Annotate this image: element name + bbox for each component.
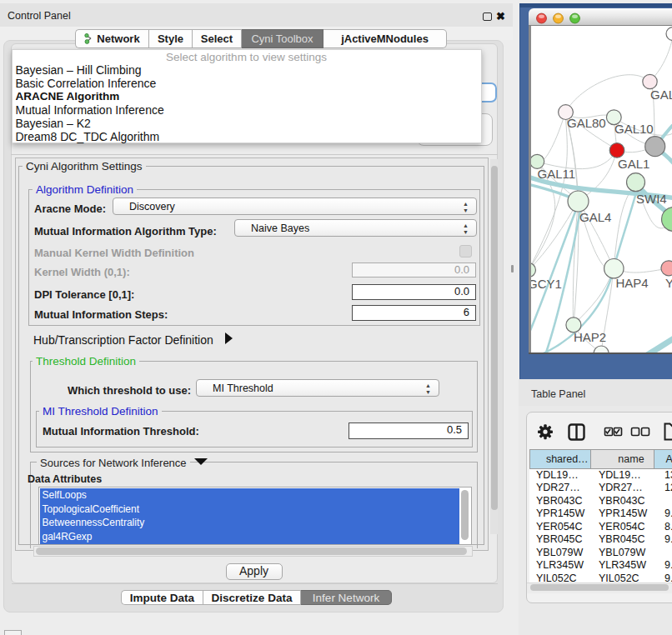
- svg-text:Y: Y: [665, 276, 672, 290]
- svg-text:GAL4: GAL4: [579, 210, 611, 224]
- svg-text:HAP2: HAP2: [574, 330, 606, 344]
- svg-text:GAL10: GAL10: [614, 122, 654, 136]
- svg-text:GAL11: GAL11: [537, 167, 575, 181]
- svg-text:GAL1: GAL1: [618, 157, 649, 171]
- svg-text:GAL80: GAL80: [567, 116, 606, 130]
- svg-text:GAL2: GAL2: [650, 88, 672, 102]
- svg-text:SWI4: SWI4: [636, 192, 667, 206]
- svg-text:GCY1: GCY1: [531, 277, 562, 291]
- svg-text:HAP4: HAP4: [615, 276, 648, 290]
